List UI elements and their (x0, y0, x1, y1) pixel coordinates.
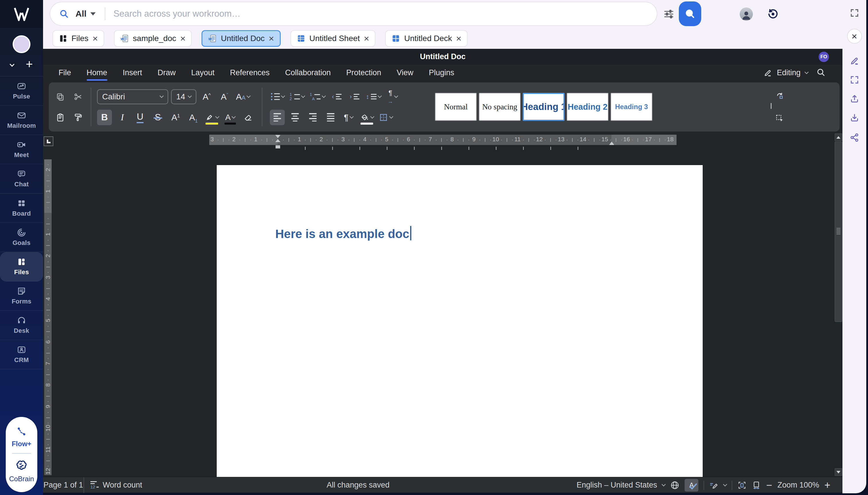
workspace-logo[interactable] (0, 0, 43, 28)
hanging-indent-marker[interactable] (275, 139, 280, 142)
italic-button[interactable]: I (115, 110, 130, 125)
left-indent-marker[interactable] (276, 145, 280, 149)
menu-item-plugins[interactable]: Plugins (428, 67, 455, 79)
style-card-heading-1[interactable]: Heading 1 (523, 93, 565, 121)
clear-formatting-button[interactable] (241, 110, 256, 125)
sidebar-item-desk[interactable]: Desk (0, 311, 43, 340)
download-button[interactable] (850, 113, 860, 124)
change-case-button[interactable]: AA (235, 89, 251, 104)
format-painter-button[interactable] (71, 110, 86, 125)
font-color-button[interactable]: A (223, 110, 238, 125)
copy-button[interactable] (53, 89, 68, 104)
tab-stop-selector[interactable] (44, 136, 53, 146)
paragraph-direction-button[interactable]: ¶→ (385, 89, 400, 104)
close-panel-button[interactable]: × (847, 29, 862, 44)
sidebar-item-cobrain[interactable]: CoBrain (9, 475, 34, 483)
sidebar-item-board[interactable]: Board (0, 193, 43, 223)
spell-check-button[interactable]: A (684, 479, 698, 492)
fit-width-icon[interactable] (752, 481, 761, 490)
tab-untitled-deck[interactable]: Untitled Deck × (385, 30, 468, 47)
sidebar-item-pulse[interactable]: Pulse (0, 76, 43, 106)
word-count-button[interactable]: 12 Word count (90, 481, 142, 490)
globe-icon[interactable] (670, 481, 679, 490)
paragraph-marks-button[interactable]: ¶ (341, 110, 356, 125)
numbered-list-button[interactable]: 12 (289, 89, 306, 104)
tab-files-close-icon[interactable]: × (92, 36, 98, 41)
cut-button[interactable] (71, 89, 86, 104)
search-submit-button[interactable] (679, 1, 701, 26)
search-input[interactable] (114, 8, 544, 19)
first-line-indent-marker[interactable] (275, 135, 280, 138)
sidebar-item-forms[interactable]: Forms (0, 281, 43, 311)
paste-button[interactable] (53, 110, 68, 125)
document-page[interactable]: Here is an example doc (217, 165, 703, 477)
grow-font-button[interactable]: A^ (199, 89, 214, 104)
tab-untitled-sheet[interactable]: Untitled Sheet × (291, 30, 376, 47)
zoom-in-button[interactable]: + (824, 481, 830, 490)
decrease-indent-button[interactable]: ‹ (329, 89, 344, 104)
menu-item-home[interactable]: Home (86, 67, 108, 79)
menu-item-file[interactable]: File (58, 67, 72, 79)
menu-item-protection[interactable]: Protection (346, 67, 382, 79)
sidebar-item-chat[interactable]: Chat (0, 164, 43, 193)
font-name-select[interactable]: Calibri (97, 89, 168, 104)
align-center-button[interactable] (288, 110, 302, 125)
history-button[interactable] (766, 0, 780, 28)
cobrain-icon[interactable] (15, 459, 28, 472)
tab-untitled-deck-close-icon[interactable]: × (456, 36, 462, 41)
sidebar-item-files[interactable]: Files (0, 252, 43, 281)
align-right-button[interactable] (306, 110, 320, 125)
align-left-button[interactable] (270, 110, 285, 125)
style-card-normal[interactable]: Normal (435, 93, 477, 121)
zoom-out-button[interactable]: − (766, 481, 772, 490)
scrollbar-thumb[interactable] (835, 141, 842, 322)
sidebar-item-mailroom[interactable]: Mailroom (0, 106, 43, 135)
borders-button[interactable] (378, 110, 394, 125)
menu-item-view[interactable]: View (396, 67, 414, 79)
tab-untitled-sheet-close-icon[interactable]: × (364, 36, 369, 41)
edit-mode-button[interactable] (850, 56, 860, 67)
menu-item-references[interactable]: References (229, 67, 270, 79)
tab-sample-doc-close-icon[interactable]: × (180, 36, 186, 41)
font-size-select[interactable]: 14 (171, 89, 196, 104)
scrollbar-down-button[interactable] (835, 468, 842, 476)
fit-page-icon[interactable] (737, 481, 747, 490)
fullscreen-doc-button[interactable] (850, 75, 860, 86)
scrollbar-up-button[interactable] (835, 134, 842, 141)
replace-button[interactable] (772, 88, 787, 104)
multilevel-list-button[interactable]: 1A (309, 89, 326, 104)
mode-dropdown[interactable]: Editing (764, 65, 808, 81)
sidebar-item-goals[interactable]: Goals (0, 223, 43, 252)
increase-indent-button[interactable]: › (347, 89, 362, 104)
tab-untitled-doc[interactable]: w Untitled Doc × (202, 30, 280, 47)
line-spacing-button[interactable]: ↕ (365, 89, 382, 104)
subscript-button[interactable]: A1 (186, 110, 201, 125)
strikethrough-button[interactable]: S (151, 110, 165, 125)
style-card-heading-3[interactable]: Heading 3 (610, 93, 653, 121)
style-card-no-spacing[interactable]: No spacing (479, 93, 521, 121)
track-changes-icon[interactable] (709, 481, 718, 490)
menu-item-insert[interactable]: Insert (122, 67, 143, 79)
find-in-document-button[interactable] (816, 67, 826, 79)
document-text[interactable]: Here is an example doc (275, 226, 411, 241)
tab-files[interactable]: Files × (53, 30, 104, 47)
workspace-avatar[interactable] (13, 35, 31, 53)
justify-button[interactable] (323, 110, 338, 125)
search-filters-button[interactable] (663, 0, 675, 28)
right-indent-marker[interactable] (609, 141, 614, 145)
style-card-heading-2[interactable]: Heading 2 (567, 93, 609, 121)
user-avatar[interactable] (740, 0, 753, 28)
tab-sample-doc[interactable]: w sample_doc × (114, 30, 192, 47)
sidebar-item-flow-plus[interactable]: Flow+ (12, 440, 32, 448)
search-scope-dropdown[interactable]: All (75, 9, 96, 19)
shrink-font-button[interactable]: Aˇ (217, 89, 232, 104)
styles-gallery-expand-button[interactable] (771, 103, 771, 108)
bullet-list-button[interactable] (270, 89, 285, 104)
menu-item-draw[interactable]: Draw (157, 67, 176, 79)
superscript-button[interactable]: A1 (168, 110, 183, 125)
tab-untitled-doc-close-icon[interactable]: × (269, 36, 274, 41)
shading-button[interactable] (359, 110, 375, 125)
menu-item-layout[interactable]: Layout (191, 67, 215, 79)
sidebar-item-meet[interactable]: Meet (0, 135, 43, 164)
add-workspace-button[interactable]: + (26, 60, 33, 69)
